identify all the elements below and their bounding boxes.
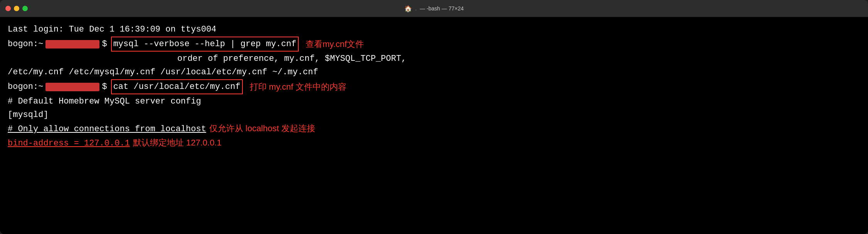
window-title: 🏠 . — -bash — 77×24	[404, 5, 464, 12]
command-1: mysql --verbose --help | grep my.cnf	[111, 37, 299, 52]
bind-address-text: bind-address = 127.0.0.1	[8, 137, 130, 150]
default-homebrew-text: # Default Homebrew MySQL server config	[8, 95, 201, 108]
prompt-2: bogon:~	[8, 38, 43, 50]
only-allow-text: # Only allow connections from localhost	[8, 123, 206, 135]
redacted-username-1	[45, 40, 99, 48]
last-login-text: Last login: Tue Dec 1 16:39:09 on ttys00…	[8, 23, 216, 36]
command-2: cat /usr/local/etc/my.cnf	[111, 79, 243, 94]
title-separator: .	[415, 5, 417, 12]
mysqld-text: [mysqld]	[8, 109, 49, 121]
dollar-sign-2: $	[102, 38, 107, 50]
dollar-sign-5: $	[102, 80, 107, 93]
terminal-line-7: [mysqld]	[8, 109, 860, 121]
terminal-line-4: /etc/my.cnf /etc/mysql/my.cnf /usr/local…	[8, 66, 860, 79]
annotation-4: 默认绑定地址 127.0.0.1	[133, 136, 222, 149]
close-button[interactable]	[5, 6, 11, 11]
annotation-1: 查看my.cnf文件	[306, 38, 364, 50]
terminal-line-2: bogon:~ $ mysql --verbose --help | grep …	[8, 37, 860, 52]
terminal-line-8: # Only allow connections from localhost …	[8, 122, 860, 135]
redacted-username-2	[45, 83, 99, 91]
titlebar: 🏠 . — -bash — 77×24	[0, 0, 868, 17]
maximize-button[interactable]	[22, 6, 28, 11]
annotation-3: 仅允许从 localhost 发起连接	[209, 122, 315, 135]
terminal-body[interactable]: Last login: Tue Dec 1 16:39:09 on ttys00…	[0, 17, 868, 234]
preference-text: order of preference, my.cnf, $MYSQL_TCP_…	[177, 52, 406, 65]
prompt-5: bogon:~	[8, 80, 43, 93]
title-text: — -bash — 77×24	[420, 5, 464, 12]
terminal-line-9: bind-address = 127.0.0.1 默认绑定地址 127.0.0.…	[8, 136, 860, 150]
terminal-line-5: bogon:~ $ cat /usr/local/etc/my.cnf 打印 m…	[8, 79, 860, 94]
home-icon: 🏠	[404, 5, 412, 12]
minimize-button[interactable]	[14, 6, 19, 11]
mycnf-paths-text: /etc/my.cnf /etc/mysql/my.cnf /usr/local…	[8, 66, 318, 79]
terminal-line-3: order of preference, my.cnf, $MYSQL_TCP_…	[8, 52, 860, 65]
terminal-line-6: # Default Homebrew MySQL server config	[8, 95, 860, 108]
annotation-2: 打印 my.cnf 文件中的内容	[250, 80, 347, 93]
terminal-line-1: Last login: Tue Dec 1 16:39:09 on ttys00…	[8, 23, 860, 36]
terminal-window: 🏠 . — -bash — 77×24 Last login: Tue Dec …	[0, 0, 868, 234]
traffic-lights	[5, 6, 28, 11]
